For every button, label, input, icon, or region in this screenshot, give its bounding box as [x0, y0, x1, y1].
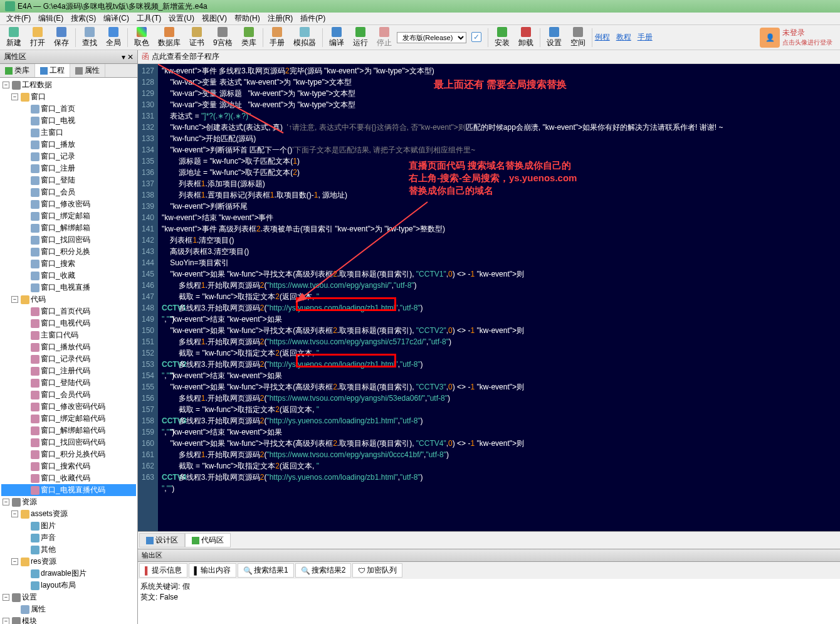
tree-item[interactable]: 窗口_播放代码: [1, 341, 136, 353]
otab-output[interactable]: ▌输出内容: [189, 563, 237, 578]
tree-item[interactable]: 窗口_记录: [1, 151, 136, 162]
tree-item[interactable]: 主窗口: [1, 127, 136, 139]
avatar[interactable]: 👤: [760, 28, 780, 48]
tree-item[interactable]: 窗口_电视代码: [1, 317, 136, 329]
code-line[interactable]: 多线程3.开始取网页源码2("http://ys.yuenos.com/load…: [162, 415, 836, 426]
tool-find[interactable]: 查找: [78, 26, 101, 50]
code-content[interactable]: 最上面还有 需要全局搜索替换 直播页面代码 搜索域名替换成你自己的 右上角-搜索…: [158, 64, 840, 531]
code-line[interactable]: "kw-func">创建表达式(表达式, 真) '↑请注意, 表达式中不要有{}…: [162, 122, 836, 133]
code-line[interactable]: 列表框1.清空项目(): [162, 235, 836, 246]
code-line[interactable]: 多线程3.开始取网页源码2("http://ys.yuenos.com/load…: [162, 359, 836, 370]
tool-cert[interactable]: 证书: [186, 26, 208, 50]
code-line[interactable]: SuoYin=项目索引: [162, 257, 836, 268]
menu-settings[interactable]: 设置(U): [165, 12, 198, 25]
tree-item[interactable]: 属性: [1, 603, 136, 615]
code-line[interactable]: "kw-event">判断循环首 匹配下一个()'下面子文本是匹配结果, 请把子…: [162, 144, 836, 156]
tree-item[interactable]: 窗口_绑定邮箱: [1, 210, 136, 222]
tree-item[interactable]: 窗口_解绑邮箱代码: [1, 425, 136, 436]
code-line[interactable]: "kw-func">开始匹配(源码): [162, 133, 836, 144]
function-dropdown[interactable]: 点此查看全部子程序: [152, 51, 219, 62]
tree-item[interactable]: −窗口: [1, 91, 136, 103]
tree-item[interactable]: 窗口_搜索代码: [1, 460, 136, 472]
tree-item[interactable]: 窗口_找回密码代码: [1, 436, 136, 448]
tool-color[interactable]: 取色: [130, 26, 153, 50]
tool-db[interactable]: 数据库: [154, 26, 184, 50]
menu-file[interactable]: 文件(F): [3, 12, 34, 25]
code-line[interactable]: 截取 = "kw-func">取指定文本2(返回文本, "CCTV2",""): [162, 347, 836, 359]
otab-search1[interactable]: 🔍搜索结果1: [238, 563, 294, 578]
tree-item[interactable]: 窗口_注册代码: [1, 365, 136, 377]
code-line[interactable]: "kw-event">结束 "kw-event">如果: [162, 314, 836, 325]
tool-install[interactable]: 安装: [491, 26, 513, 50]
menu-tools[interactable]: 工具(T): [133, 12, 165, 25]
code-line[interactable]: 截取 = "kw-func">取指定文本2(返回文本, "CCTV3",""): [162, 404, 836, 415]
tree-item[interactable]: 窗口_会员代码: [1, 389, 136, 401]
tool-manual[interactable]: 手册: [266, 26, 288, 50]
panel-dropdown-icon[interactable]: ▾ ✕: [122, 53, 134, 61]
code-line[interactable]: "kw-event">判断循环尾: [162, 201, 836, 212]
tree-item[interactable]: 声音: [1, 532, 136, 544]
tree-item[interactable]: 窗口_修改密码: [1, 198, 136, 210]
user-area[interactable]: 👤 未登录 点击头像进行登录: [760, 28, 837, 48]
link-tutorial[interactable]: 教程: [616, 32, 631, 43]
tree-item[interactable]: 窗口_收藏代码: [1, 472, 136, 484]
link-manual[interactable]: 手册: [638, 32, 653, 43]
tree-item[interactable]: 窗口_积分兑换: [1, 246, 136, 258]
code-line[interactable]: 源标题 = "kw-func">取子匹配文本(1): [162, 156, 836, 167]
menu-search[interactable]: 搜索(S): [67, 12, 100, 25]
code-line[interactable]: 多线程1.开始取网页源码2("https://www.tvsou.com/epg…: [162, 449, 836, 460]
tree-item[interactable]: −工程数据: [1, 79, 136, 91]
code-line[interactable]: "kw-event">如果 "kw-func">寻找文本(高级列表框2.取项目标…: [162, 268, 836, 280]
code-editor[interactable]: 1271281291301311321331341351361371381391…: [138, 64, 840, 531]
code-line[interactable]: 截取 = "kw-func">取指定文本2(返回文本, "CCTV4",""): [162, 460, 836, 472]
tool-checkbox[interactable]: ✓: [468, 31, 485, 44]
tree-item[interactable]: drawable图片: [1, 568, 136, 579]
otab-encrypt[interactable]: 🛡加密队列: [352, 563, 402, 578]
tree-item[interactable]: 窗口_积分兑换代码: [1, 448, 136, 460]
tree-item[interactable]: 窗口_首页: [1, 103, 136, 115]
tool-stop[interactable]: 停止: [373, 26, 396, 50]
tree-item[interactable]: −设置: [1, 591, 136, 603]
code-line[interactable]: 高级列表框3.清空项目(): [162, 246, 836, 257]
tool-grid9[interactable]: 9宫格: [209, 26, 236, 50]
menu-help[interactable]: 帮助(H): [231, 12, 264, 25]
code-line[interactable]: "kw-event">事件 高级列表框2.表项被单击(项目索引 "kw-even…: [162, 223, 836, 235]
otab-info[interactable]: ▌提示信息: [139, 563, 187, 578]
menu-edit[interactable]: 编辑(E): [34, 12, 67, 25]
code-line[interactable]: 列表框1.添加项目(源标题): [162, 178, 836, 189]
code-line[interactable]: "kw-event">事件 多线程3.取网页源码2完毕(源码 "kw-event…: [162, 65, 836, 77]
tree-item[interactable]: 图片: [1, 520, 136, 532]
code-line[interactable]: "kw-event">结束 "kw-event">如果: [162, 426, 836, 438]
tree-item[interactable]: −assets资源: [1, 508, 136, 520]
code-line[interactable]: 多线程3.开始取网页源码2("http://ys.yuenos.com/load…: [162, 302, 836, 314]
tree-item[interactable]: 窗口_解绑邮箱: [1, 222, 136, 234]
tool-uninstall[interactable]: 卸载: [515, 26, 537, 50]
otab-search2[interactable]: 🔍搜索结果2: [295, 563, 352, 578]
code-line[interactable]: 多线程3.开始取网页源码2("http://ys.yuenos.com/load…: [162, 472, 836, 483]
code-line[interactable]: 列表框1.置项目标记(列表框1.取项目数()-1, 源地址): [162, 189, 836, 201]
tree-item[interactable]: 窗口_绑定邮箱代码: [1, 413, 136, 425]
tool-compile[interactable]: 编译: [325, 26, 348, 50]
tab-project[interactable]: 工程: [35, 64, 70, 77]
tree-item[interactable]: 窗口_注册: [1, 162, 136, 174]
code-line[interactable]: 多线程1.开始取网页源码2("https://www.tvsou.com/epg…: [162, 393, 836, 404]
tree-item[interactable]: 窗口_搜索: [1, 258, 136, 270]
build-mode-select[interactable]: 发布版(Release): [397, 32, 466, 43]
tool-save[interactable]: 保存: [50, 26, 73, 50]
tree-item[interactable]: 窗口_登陆: [1, 174, 136, 186]
tool-run[interactable]: 运行: [349, 26, 372, 50]
tab-libs[interactable]: 类库: [0, 64, 35, 77]
tool-new[interactable]: 新建: [3, 26, 25, 50]
tool-open[interactable]: 打开: [26, 26, 49, 50]
menu-plugin[interactable]: 插件(P): [297, 12, 329, 25]
tool-global[interactable]: 全局: [102, 26, 125, 50]
code-line[interactable]: 多线程1.开始取网页源码2("https://www.tvsou.com/epg…: [162, 336, 836, 347]
project-tree[interactable]: −工程数据−窗口窗口_首页窗口_电视主窗口窗口_播放窗口_记录窗口_注册窗口_登…: [0, 78, 137, 624]
tree-item[interactable]: 窗口_电视直播代码: [1, 484, 136, 496]
tree-item[interactable]: 窗口_电视直播: [1, 282, 136, 293]
code-line[interactable]: "kw-var">变量 源标题 "kw-event">为 "kw-type">文…: [162, 88, 836, 99]
code-line[interactable]: "kw-event">结束 "kw-event">如果: [162, 370, 836, 381]
tree-item[interactable]: 主窗口代码: [1, 329, 136, 341]
tool-space[interactable]: 空间: [567, 26, 589, 50]
tree-item[interactable]: 窗口_电视: [1, 115, 136, 127]
